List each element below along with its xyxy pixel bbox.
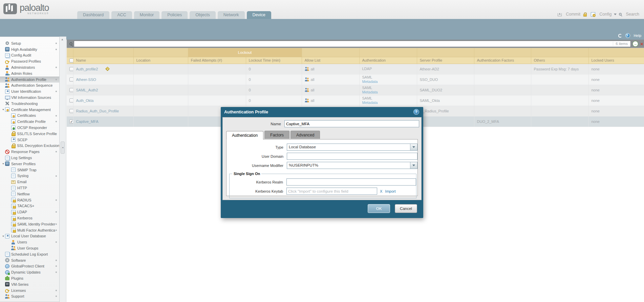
sidebar-item[interactable]: Email bbox=[0, 179, 59, 185]
menu-dot-icon[interactable] bbox=[56, 121, 57, 122]
col-authentication[interactable]: Authentication bbox=[359, 57, 417, 64]
menu-dot-icon[interactable] bbox=[56, 223, 57, 225]
nav-tab[interactable]: Device bbox=[247, 11, 271, 19]
sidebar-item[interactable]: VM Information Sources bbox=[0, 94, 59, 101]
metadata-link[interactable]: Metadata bbox=[362, 101, 414, 105]
row-checkbox[interactable] bbox=[69, 120, 73, 124]
sidebar-item[interactable]: Troubleshooting bbox=[0, 101, 59, 107]
dialog-tab[interactable]: Authentication bbox=[226, 131, 263, 139]
row-checkbox[interactable] bbox=[69, 109, 73, 113]
sidebar-item[interactable]: Software bbox=[0, 257, 59, 263]
table-row[interactable]: Auth_Okta 0 all SAMLMetadata SAML_Okta n… bbox=[67, 95, 644, 106]
search-button[interactable]: Search bbox=[626, 12, 639, 17]
sidebar-item[interactable]: TACACS+ bbox=[0, 203, 59, 209]
col-auth-factors[interactable]: Authentication Factors bbox=[474, 57, 531, 64]
cancel-button[interactable]: Cancel bbox=[395, 204, 417, 213]
sidebar-item[interactable]: High Availability bbox=[0, 46, 59, 52]
menu-dot-icon[interactable] bbox=[56, 133, 57, 134]
search-filter-icon[interactable] bbox=[69, 42, 72, 45]
clear-filter-button[interactable]: × bbox=[640, 41, 643, 46]
sidebar-item[interactable]: Dynamic Updates bbox=[0, 269, 59, 275]
sidebar-item[interactable]: Admin Roles bbox=[0, 70, 59, 77]
profile-name-link[interactable]: Captive_MFA bbox=[76, 120, 99, 124]
sidebar-scrollbar[interactable]: ▲ ◂ bbox=[60, 37, 66, 302]
sidebar-item[interactable]: Password Profiles bbox=[0, 58, 59, 64]
row-checkbox[interactable] bbox=[69, 88, 73, 92]
menu-dot-icon[interactable] bbox=[56, 91, 57, 92]
refresh-icon[interactable] bbox=[618, 34, 622, 38]
apply-filter-button[interactable]: → bbox=[632, 41, 638, 47]
menu-dot-icon[interactable] bbox=[56, 265, 57, 267]
sidebar-item[interactable]: Authentication Sequence bbox=[0, 83, 59, 89]
sidebar-item[interactable]: Administrators bbox=[0, 64, 59, 70]
help-icon[interactable] bbox=[625, 33, 630, 38]
sidebar-item[interactable]: Plugins bbox=[0, 275, 59, 281]
menu-dot-icon[interactable] bbox=[56, 49, 57, 50]
profile-name-link[interactable]: Atheer-SSO bbox=[76, 78, 96, 82]
sidebar-item[interactable]: Support bbox=[0, 293, 59, 299]
ok-button[interactable]: OK bbox=[368, 204, 390, 213]
table-row[interactable]: SAML_Auth2 0 all SAMLMetadata SAML_DUO2 … bbox=[67, 85, 644, 95]
col-others[interactable]: Others bbox=[531, 57, 588, 64]
keytab-import-link[interactable]: Import bbox=[385, 189, 395, 193]
sidebar-item[interactable]: Multi Factor Authentica bbox=[0, 227, 59, 233]
type-dropdown-button[interactable] bbox=[410, 144, 417, 150]
sidebar-item[interactable]: GlobalProtect Client bbox=[0, 263, 59, 269]
sidebar-item[interactable]: Users bbox=[0, 239, 59, 245]
col-name[interactable]: Name bbox=[73, 57, 133, 64]
profile-name-link[interactable]: Radius_Auth_Duo_Profile bbox=[76, 109, 119, 113]
expand-arrow-icon[interactable]: ▼ bbox=[2, 235, 5, 237]
sidebar-item[interactable]: LDAP bbox=[0, 209, 59, 215]
col-lockout-time[interactable]: Lockout Time (min) bbox=[246, 57, 302, 64]
sidebar-item[interactable]: ▼ Certificate Management bbox=[0, 107, 59, 113]
keytab-clear-link[interactable]: X bbox=[380, 189, 382, 193]
menu-dot-icon[interactable] bbox=[56, 260, 57, 261]
sidebar-item[interactable]: Authentication Profile bbox=[0, 77, 59, 83]
menu-dot-icon[interactable] bbox=[56, 115, 57, 116]
lock-icon[interactable] bbox=[583, 12, 586, 16]
sidebar-item[interactable]: User Identification bbox=[0, 88, 59, 94]
menu-dot-icon[interactable] bbox=[56, 79, 57, 80]
profile-name-link[interactable]: SAML_Auth2 bbox=[76, 88, 98, 92]
sidebar-item[interactable]: Netflow bbox=[0, 191, 59, 197]
menu-dot-icon[interactable] bbox=[56, 211, 57, 213]
config-button[interactable]: Config bbox=[599, 12, 611, 17]
type-select[interactable]: Local Database bbox=[287, 144, 417, 151]
sidebar-item[interactable]: Certificate Profile bbox=[0, 118, 59, 125]
sidebar-item[interactable]: SNMP Trap bbox=[0, 167, 59, 173]
menu-dot-icon[interactable] bbox=[56, 290, 57, 291]
sidebar-item[interactable]: ▼ Local User Database bbox=[0, 233, 59, 239]
expand-arrow-icon[interactable]: ▼ bbox=[2, 108, 5, 111]
table-row[interactable]: Atheer-SSO 0 all SAMLMetadata SSO_DUO no… bbox=[67, 74, 644, 85]
name-input[interactable] bbox=[284, 120, 419, 127]
sidebar-item[interactable]: User Groups bbox=[0, 245, 59, 251]
sidebar-item[interactable]: Scheduled Log Export bbox=[0, 251, 59, 257]
sidebar-item[interactable]: Kerberos bbox=[0, 215, 59, 221]
commit-button[interactable]: Commit bbox=[566, 12, 580, 17]
sidebar-item[interactable]: Certificates bbox=[0, 113, 59, 119]
sidebar-item[interactable]: SSL Decryption Exclusion bbox=[0, 143, 59, 149]
col-allow-list[interactable]: Allow List bbox=[302, 57, 359, 64]
sidebar-item[interactable]: Config Audit bbox=[0, 52, 59, 59]
menu-dot-icon[interactable] bbox=[56, 67, 57, 68]
username-modifier-select[interactable]: %USERINPUT% bbox=[287, 162, 417, 169]
help-label[interactable]: Help bbox=[634, 34, 641, 38]
dialog-titlebar[interactable]: Authentication Profile ? bbox=[221, 107, 423, 117]
sidebar-item[interactable]: ▼ Server Profiles bbox=[0, 161, 59, 167]
filter-input[interactable] bbox=[74, 41, 613, 46]
col-locked-users[interactable]: Locked Users bbox=[588, 57, 644, 64]
nav-tab[interactable]: Policies bbox=[162, 11, 188, 19]
sidebar-item[interactable]: Syslog bbox=[0, 173, 59, 179]
col-failed-attempts[interactable]: Failed Attempts (#) bbox=[188, 57, 246, 64]
sidebar-item[interactable]: SSL/TLS Service Profile bbox=[0, 131, 59, 137]
select-all-checkbox[interactable] bbox=[69, 59, 73, 63]
menu-dot-icon[interactable] bbox=[56, 199, 57, 201]
username-modifier-dropdown-button[interactable] bbox=[410, 162, 417, 169]
nav-tab[interactable]: Network bbox=[218, 11, 245, 19]
profile-name-link[interactable]: Auth_Okta bbox=[76, 99, 94, 103]
sidebar-item[interactable]: OCSP Responder bbox=[0, 125, 59, 131]
sidebar-item[interactable]: SCEP bbox=[0, 137, 59, 143]
sidebar-item[interactable]: Log Settings bbox=[0, 155, 59, 161]
nav-tab[interactable]: Dashboard bbox=[77, 11, 109, 19]
menu-dot-icon[interactable] bbox=[56, 230, 57, 231]
